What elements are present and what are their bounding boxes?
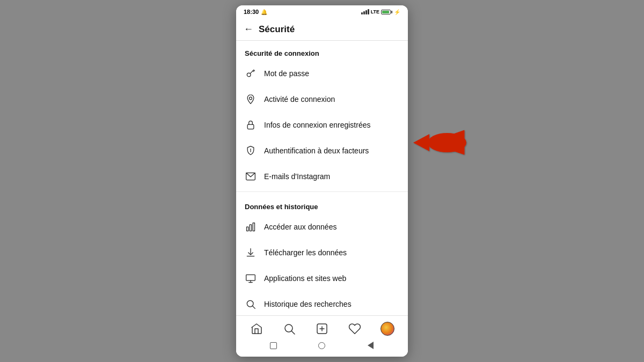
menu-item-history[interactable]: Historique des recherches <box>236 291 408 315</box>
status-bar: 18:30 🔔 LTE ⚡ <box>236 5 408 18</box>
monitor-icon <box>245 272 257 284</box>
page-title: Sécurité <box>259 24 295 35</box>
nav-home[interactable] <box>248 320 265 337</box>
section-connexion-header: Sécurité de connexion <box>236 41 408 61</box>
svg-point-24 <box>428 133 466 152</box>
home-circle-icon <box>318 342 325 349</box>
page-header: ← Sécurité <box>236 18 408 41</box>
svg-rect-11 <box>253 223 254 231</box>
avatar <box>380 322 394 336</box>
nav-activity[interactable] <box>346 320 363 337</box>
svg-point-18 <box>285 324 292 332</box>
svg-rect-13 <box>246 275 255 280</box>
recents-icon <box>270 342 277 349</box>
back-triangle-icon <box>368 342 374 349</box>
back-button[interactable]: ← <box>244 24 253 35</box>
status-time: 18:30 <box>244 9 259 15</box>
svg-line-3 <box>254 70 255 71</box>
content-area: Sécurité de connexion Mot de passe <box>236 41 408 315</box>
menu-item-download[interactable]: Télécharger les données <box>236 240 408 265</box>
download-icon <box>245 247 257 258</box>
svg-point-0 <box>247 73 251 77</box>
svg-marker-23 <box>429 130 464 154</box>
shield-icon <box>245 145 257 157</box>
network-icon: LTE <box>371 9 379 14</box>
menu-label-2fa: Authentification à deux facteurs <box>264 146 369 155</box>
android-nav-bar <box>236 337 408 354</box>
bottom-nav <box>236 315 408 357</box>
annotation-arrow <box>405 128 470 160</box>
svg-line-19 <box>292 331 295 335</box>
menu-label-activity: Activité de connexion <box>264 95 335 104</box>
charging-icon: ⚡ <box>394 9 400 15</box>
svg-marker-25 <box>413 134 429 151</box>
menu-item-apps[interactable]: Applications et sites web <box>236 265 408 291</box>
chart-icon <box>245 221 257 233</box>
svg-line-17 <box>253 306 255 309</box>
android-recents-button[interactable] <box>268 341 278 350</box>
search-icon <box>245 298 257 310</box>
menu-label-access: Accéder aux données <box>264 223 336 231</box>
menu-label-password: Mot de passe <box>264 69 309 78</box>
svg-point-16 <box>247 300 253 307</box>
svg-rect-5 <box>247 124 254 129</box>
menu-label-history: Historique des recherches <box>264 300 352 308</box>
svg-rect-10 <box>250 225 251 231</box>
lock-icon <box>245 119 257 131</box>
nav-add[interactable] <box>313 320 331 337</box>
menu-item-access[interactable]: Accéder aux données <box>236 214 408 240</box>
key-icon <box>245 68 257 79</box>
android-back-button[interactable] <box>366 341 376 350</box>
nav-profile[interactable] <box>379 320 396 337</box>
android-home-button[interactable] <box>317 341 327 350</box>
menu-item-saved[interactable]: Infos de connexion enregistrées <box>236 112 408 138</box>
signal-icon <box>361 9 369 14</box>
menu-label-download: Télécharger les données <box>264 248 347 257</box>
menu-item-emails[interactable]: E-mails d'Instagram <box>236 164 408 189</box>
menu-label-emails: E-mails d'Instagram <box>264 172 330 181</box>
menu-item-activity[interactable]: Activité de connexion <box>236 86 408 112</box>
svg-point-4 <box>250 97 252 100</box>
nav-search[interactable] <box>281 320 298 337</box>
svg-rect-9 <box>247 227 248 231</box>
battery-icon <box>381 10 392 14</box>
alarm-icon: 🔔 <box>261 9 267 15</box>
section-divider-1 <box>236 191 408 192</box>
svg-line-2 <box>253 71 254 72</box>
menu-item-password[interactable]: Mot de passe <box>236 61 408 86</box>
menu-label-saved: Infos de connexion enregistrées <box>264 121 370 129</box>
section-donnees-header: Données et historique <box>236 194 408 214</box>
mail-icon <box>245 171 257 182</box>
location-icon <box>245 93 257 105</box>
menu-item-2fa[interactable]: Authentification à deux facteurs <box>236 138 408 164</box>
menu-label-apps: Applications et sites web <box>264 274 346 283</box>
